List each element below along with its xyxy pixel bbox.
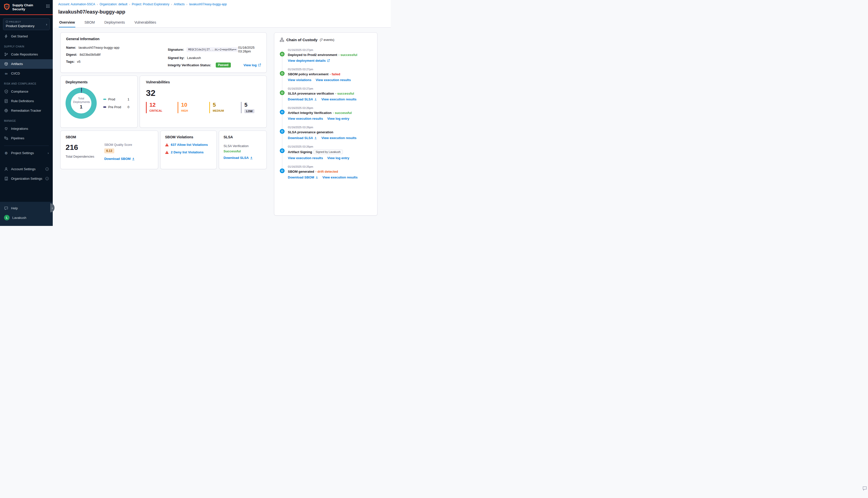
event-timestamp: 01/16/2025 03:25pm [288,165,372,168]
download-icon [250,156,253,159]
pipeline-success-icon [280,52,285,56]
sidebar-item-organization-settings[interactable]: Organization Settings i [0,174,53,183]
link-label: Download SBOM [288,175,314,179]
event-status: - drift detected [315,170,338,173]
donut-center-label: Total Deployments [73,97,89,104]
view-violations-link[interactable]: View violations [288,78,311,82]
package-icon [4,62,8,66]
timeline-event: 01/16/2025 03:27pm SLSA provenance verif… [280,87,372,101]
sbom-violations-card: SBOM Violations 637 Allow list Violation… [160,131,217,169]
severity-low: 5 LOW [241,102,260,113]
breadcrumb-current[interactable]: lavakush07/easy-buggy-app [189,2,227,6]
slsa-verification-label: SLSA Verification [223,144,262,148]
sbom-total-label: Total Dependencies [66,155,94,158]
breadcrumb-artifacts[interactable]: Artifacts [174,2,185,6]
severity-count: 5 [213,102,229,108]
sidebar-item-pipelines[interactable]: Pipelines [0,133,53,143]
general-information-card: General Information Name: lavakush07/eas… [60,32,267,73]
events-count: (7 events) [320,38,334,42]
prod-legend-swatch [103,99,106,100]
signed-by-label: Signed by: [168,56,184,60]
digest-value: 8d23bd3b5d8f [80,53,101,56]
severity-count: 10 [181,102,197,108]
view-log-entry-link[interactable]: View log entry [327,117,349,120]
external-link-icon [258,64,261,66]
tab-sbom[interactable]: SBOM [84,19,95,27]
event-status: - failed [330,72,340,76]
artifact-name-value: lavakush07/easy-buggy-app [79,46,119,50]
download-sbom-link[interactable]: Download SBOM [104,157,135,161]
legend-item-preprod: Pre Prod 0 [103,105,129,109]
sidebar-item-account-settings[interactable]: Account Settings i [0,165,53,174]
sbom-step-icon [280,168,285,173]
view-deployment-details-link[interactable]: View deployment details [288,59,330,63]
sidebar-item-artifacts[interactable]: Artifacts [0,59,53,69]
download-slsa-link[interactable]: Download SLSA [223,156,253,160]
help-chat-icon [4,206,8,210]
sidebar-item-project-settings[interactable]: ⚙ Project Settings › [0,148,53,158]
module-grid-icon[interactable] [46,4,50,8]
name-label: Name: [66,46,76,50]
tab-vulnerabilities[interactable]: Vulnerabilities [134,19,157,27]
sidebar-item-cicd[interactable]: ∞ CI/CD [0,69,53,78]
view-execution-results-link[interactable]: View execution results [321,97,357,101]
download-sbom-link[interactable]: Download SBOM [288,175,318,179]
card-title: Vulnerabilities [146,80,260,84]
sbom-quality-score: 6.13 [104,148,114,153]
download-icon [315,176,318,179]
page-title: lavakush07/easy-buggy-app [58,9,384,15]
project-selector[interactable]: PROJECT Product Exploratory › [3,18,50,30]
chain-of-custody-title: Chain of Custody [286,38,318,42]
event-title: Artifact Integrity Verification [288,111,332,115]
external-link-icon [327,59,330,62]
legend-item-prod: Prod 1 [103,97,129,101]
card-title: General Information [66,37,261,41]
infinity-icon: ∞ [4,71,8,76]
severity-count: 5 [244,102,260,108]
brand-name: Supply Chain Security [12,3,36,12]
view-execution-results-link[interactable]: View execution results [323,175,358,179]
download-slsa-link[interactable]: Download SLSA [288,136,317,140]
download-slsa-link[interactable]: Download SLSA [288,97,317,101]
section-supply-chain: SUPPLY CHAIN [0,41,53,50]
tab-overview[interactable]: Overview [59,19,75,27]
view-execution-results-link[interactable]: View execution results [321,136,357,140]
sidebar-item-integrations[interactable]: Integrations [0,124,53,133]
breadcrumb-account[interactable]: Account: Automation-SSCA [58,2,95,6]
sidebar-item-get-started[interactable]: Get Started [0,31,53,41]
vulnerabilities-total: 32 [146,88,260,98]
event-timestamp: 01/16/2025 03:27pm [288,49,372,51]
sidebar-item-code-repositories[interactable]: Code Repositories [0,50,53,59]
deny-list-violations-link[interactable]: 2 Deny list Violations [171,150,204,154]
sidebar-item-label: Project Settings [11,151,34,155]
sidebar-item-rule-definitions[interactable]: Rule Definitions [0,96,53,106]
timeline-event: 01/16/2025 03:27pm SBOM policy enforceme… [280,68,372,82]
view-execution-results-link[interactable]: View execution results [288,156,323,160]
legend-label: Prod [108,97,115,101]
content: General Information Name: lavakush07/eas… [53,28,391,215]
sidebar-item-compliance[interactable]: Compliance [0,87,53,96]
event-status: - successful [333,111,352,115]
event-timestamp: 01/16/2025 03:27pm [288,68,372,71]
breadcrumb-project[interactable]: Project: Product Exploratory [132,2,169,6]
breadcrumb-organization[interactable]: Organization: default [100,2,127,6]
view-log-entry-link[interactable]: View log entry [327,156,349,160]
shield-logo-icon [3,3,10,10]
view-log-link[interactable]: View log [244,63,261,67]
deployments-donut-chart: Total Deployments 1 [66,88,97,119]
sidebar-item-remediation-tracker[interactable]: Remediation Tracker [0,106,53,116]
user-menu[interactable]: L Lavakush [0,213,53,222]
digest-label: Digest: [66,53,77,56]
avatar: L [4,215,10,220]
sidebar-item-help[interactable]: Help [0,203,53,213]
git-branch-icon [4,52,8,56]
tab-deployments[interactable]: Deployments [104,19,126,27]
event-title: SLSA provenance verification [288,92,334,95]
view-execution-results-link[interactable]: View execution results [316,78,351,82]
sidebar-item-label: CI/CD [11,71,20,75]
sidebar-item-label: Artifacts [11,62,23,66]
cube-icon [6,21,8,23]
allow-list-violations-link[interactable]: 637 Allow list Violations [171,143,208,147]
main-area: Account: Automation-SSCA › Organization:… [53,0,391,215]
view-execution-results-link[interactable]: View execution results [288,117,323,120]
